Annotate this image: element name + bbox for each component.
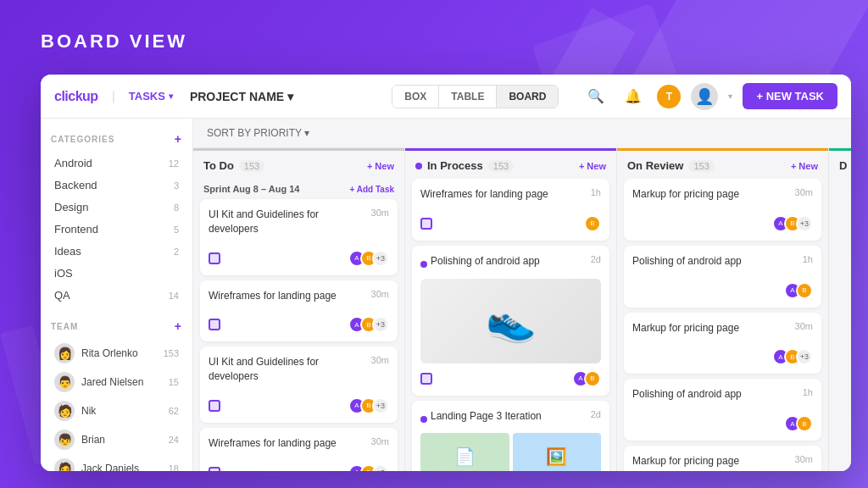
column-done: D [829, 148, 851, 471]
task-card[interactable]: Wireframes for landing page 30m A B +3 [200, 428, 398, 471]
sidebar-item-qa[interactable]: QA 14 [51, 285, 182, 306]
avatar-chevron-icon[interactable]: ▾ [728, 92, 732, 101]
task-avatars: A B +3 [348, 250, 389, 267]
task-checkbox[interactable] [209, 319, 220, 330]
team-member-jared[interactable]: 👨 Jared Nielsen 15 [51, 369, 182, 396]
task-card[interactable]: UI Kit and Guidelines for developers 30m… [200, 199, 398, 275]
task-card[interactable]: Wireframes for landing page 1h B [412, 179, 609, 241]
sprint-header: Sprint Aug 8 – Aug 14 + Add Task [200, 179, 398, 199]
task-card[interactable]: Markup for pricing page 30m A B +3 [624, 179, 821, 241]
task-avatar: B [584, 370, 601, 387]
search-icon[interactable]: 🔍 [582, 83, 609, 110]
task-avatars: B [584, 215, 601, 232]
task-avatars: A B +3 [348, 464, 389, 471]
sort-toolbar[interactable]: SORT BY PRIORITY ▾ [193, 119, 851, 148]
task-avatars: A B [784, 282, 813, 299]
task-card[interactable]: Markup for pricing page 30m A B +3 [624, 446, 821, 471]
project-name-dropdown[interactable]: PROJECT NAME ▾ [190, 90, 293, 103]
app-window: clickup | TASKS ▾ PROJECT NAME ▾ BOX TAB… [41, 75, 851, 471]
team-section-title: TEAM + [51, 319, 182, 333]
add-team-icon[interactable]: + [175, 319, 182, 333]
task-avatar: B [796, 282, 813, 299]
project-name-label: PROJECT NAME [190, 90, 284, 103]
task-card-multiimage[interactable]: Landing Page 3 Iteration 2d 📄 🖼️ 📰 📋 [412, 401, 609, 471]
column-new-onreview[interactable]: + New [791, 161, 818, 171]
column-header-done: D [829, 148, 851, 179]
task-title: Wireframes for landing page [209, 289, 337, 303]
task-card[interactable]: Polishing of android app 1h A B [624, 379, 821, 441]
task-card-image[interactable]: Polishing of android app 2d 👟 A [412, 246, 609, 396]
sprint-label: Sprint Aug 8 – Aug 14 [203, 184, 299, 194]
column-title-todo: To Do [203, 159, 234, 172]
sort-chevron-icon: ▾ [304, 127, 309, 139]
column-onreview: On Review 153 + New Markup for pricing p… [617, 148, 829, 471]
tasks-dropdown[interactable]: TASKS ▾ [129, 90, 173, 103]
team-section: TEAM + 👩 Rita Orlenko 153 👨 Jared Nielse… [51, 319, 182, 471]
notifications-icon[interactable]: 🔔 [620, 83, 647, 110]
column-title-inprocess: In Process [427, 159, 483, 172]
task-time: 2d [591, 409, 601, 419]
task-title: Markup for pricing page [632, 187, 739, 202]
team-member-nik[interactable]: 🧑 Nik 62 [51, 397, 182, 424]
tab-board[interactable]: BOARD [497, 86, 558, 108]
sidebar-item-ideas[interactable]: Ideas 2 [51, 241, 182, 262]
sidebar-item-design[interactable]: Design 8 [51, 197, 182, 218]
column-count-onreview: 153 [688, 160, 714, 172]
sidebar-item-android[interactable]: Android 12 [51, 152, 182, 174]
task-checkbox[interactable] [420, 218, 432, 230]
sidebar-item-backend[interactable]: Backend 3 [51, 175, 182, 196]
task-avatar-more: +3 [372, 250, 389, 267]
view-tabs: BOX TABLE BOARD [392, 85, 559, 108]
task-title: Markup for pricing page [632, 321, 739, 336]
shoe-icon: 👟 [486, 297, 537, 345]
column-new-inprocess[interactable]: + New [579, 161, 606, 171]
task-checkbox[interactable] [209, 252, 220, 264]
task-checkbox[interactable] [209, 467, 220, 471]
task-image-shoe: 👟 [420, 279, 601, 363]
image-placeholder-2: 🖼️ [513, 433, 602, 471]
task-avatars: A B +3 [772, 348, 813, 365]
sidebar-item-frontend[interactable]: Frontend 5 [51, 219, 182, 240]
task-checkbox[interactable] [420, 373, 432, 385]
task-dot [420, 261, 427, 268]
task-avatar-more: +3 [372, 397, 389, 414]
task-card[interactable]: Polishing of android app 1h A B [624, 246, 821, 308]
nav-actions: 🔍 🔔 T 👤 ▾ [582, 83, 732, 110]
board-area: SORT BY PRIORITY ▾ To Do 153 + New Sprin… [193, 119, 851, 471]
add-category-icon[interactable]: + [175, 132, 182, 146]
team-member-rita[interactable]: 👩 Rita Orlenko 153 [51, 340, 182, 367]
task-title: Polishing of android app [632, 387, 742, 402]
task-title: UI Kit and Guidelines for developers [209, 208, 371, 236]
content-area: CATEGORIES + Android 12 Backend 3 Design… [41, 119, 851, 471]
team-member-jack[interactable]: 🧔 Jack Daniels 18 [51, 455, 182, 471]
tab-box[interactable]: BOX [392, 86, 439, 108]
sidebar: CATEGORIES + Android 12 Backend 3 Design… [41, 119, 193, 471]
column-body-todo: Sprint Aug 8 – Aug 14 + Add Task UI Kit … [193, 179, 404, 471]
column-body-onreview: Markup for pricing page 30m A B +3 [617, 179, 828, 471]
sidebar-item-ios[interactable]: iOS [51, 263, 182, 284]
column-header-inprocess: In Process 153 + New [405, 148, 616, 179]
user-avatar-t: T [657, 85, 681, 108]
task-title: Markup for pricing page [632, 454, 739, 469]
avatar-nik: 🧑 [54, 401, 75, 421]
column-new-todo[interactable]: + New [367, 161, 394, 171]
new-task-button[interactable]: + NEW TASK [743, 83, 837, 109]
column-dot-inprocess [415, 163, 422, 169]
task-image-grid: 📄 🖼️ 📰 📋 [420, 433, 601, 471]
task-avatars: A B +3 [348, 397, 389, 414]
team-member-brian[interactable]: 👦 Brian 24 [51, 426, 182, 453]
column-count-inprocess: 153 [488, 160, 514, 172]
task-title: UI Kit and Guidelines for developers [209, 355, 371, 384]
tab-table[interactable]: TABLE [439, 86, 497, 108]
task-card[interactable]: Wireframes for landing page 30m A B +3 [200, 280, 398, 342]
task-checkbox[interactable] [209, 400, 220, 412]
sort-label: SORT BY PRIORITY [207, 127, 302, 139]
task-time: 30m [371, 289, 389, 299]
navbar: clickup | TASKS ▾ PROJECT NAME ▾ BOX TAB… [41, 75, 851, 119]
sprint-add-task[interactable]: + Add Task [349, 185, 394, 194]
user-avatar-photo[interactable]: 👤 [691, 83, 718, 110]
task-time: 30m [371, 436, 389, 446]
task-time: 30m [795, 187, 813, 197]
task-card[interactable]: UI Kit and Guidelines for developers 30m… [200, 347, 398, 423]
task-card[interactable]: Markup for pricing page 30m A B +3 [624, 313, 821, 374]
